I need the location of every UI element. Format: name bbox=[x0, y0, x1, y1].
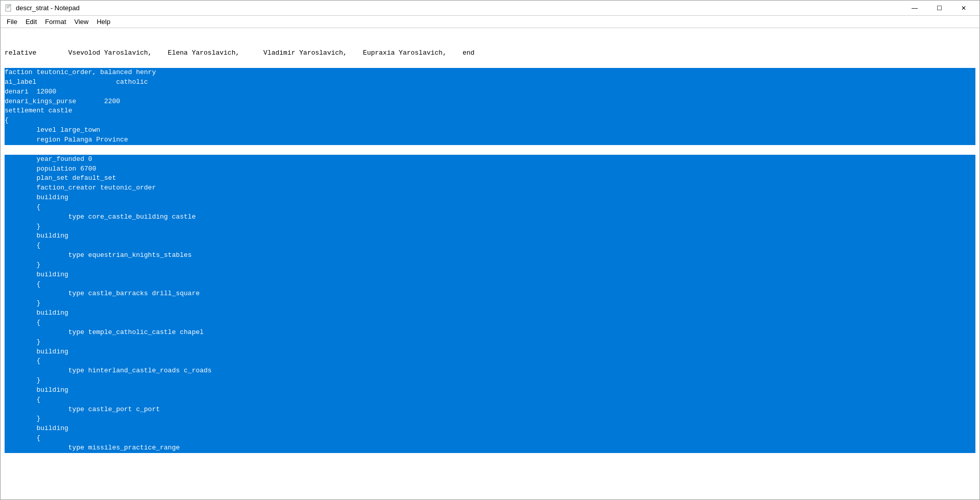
svg-rect-3 bbox=[7, 8, 9, 8]
notepad-window: descr_strat - Notepad — ☐ ✕ FileEditForm… bbox=[0, 0, 980, 500]
line-22: } bbox=[5, 260, 975, 270]
line-0: relative Vsevolod Yaroslavich, Elena Yar… bbox=[5, 49, 975, 58]
line-32: { bbox=[5, 356, 975, 366]
line-38: } bbox=[5, 414, 975, 424]
menu-item-file[interactable]: File bbox=[3, 17, 21, 27]
line-4: denari 12000 bbox=[5, 87, 975, 97]
svg-rect-4 bbox=[9, 4, 11, 6]
line-41: type missiles_practice_range bbox=[5, 443, 975, 453]
notepad-icon bbox=[5, 4, 13, 12]
line-7: { bbox=[5, 116, 975, 126]
line-3: ai_label catholic bbox=[5, 78, 975, 87]
line-1 bbox=[5, 58, 975, 68]
line-23: building bbox=[5, 270, 975, 280]
line-6: settlement castle bbox=[5, 106, 975, 116]
title-bar-left: descr_strat - Notepad bbox=[5, 4, 80, 12]
line-26: } bbox=[5, 299, 975, 308]
line-37: type castle_port c_port bbox=[5, 405, 975, 415]
minimize-button[interactable]: — bbox=[903, 3, 926, 14]
maximize-button[interactable]: ☐ bbox=[927, 3, 951, 14]
line-36: { bbox=[5, 395, 975, 405]
text-content: relative Vsevolod Yaroslavich, Elena Yar… bbox=[5, 30, 975, 453]
line-2: faction teutonic_order, balanced henry bbox=[5, 68, 975, 78]
line-14: faction_creator teutonic_order bbox=[5, 183, 975, 193]
svg-rect-2 bbox=[7, 7, 10, 7]
menu-item-format[interactable]: Format bbox=[41, 17, 70, 27]
line-12: population 6700 bbox=[5, 164, 975, 174]
line-11: year_founded 0 bbox=[5, 155, 975, 164]
line-25: type castle_barracks drill_square bbox=[5, 289, 975, 299]
line-29: type temple_catholic_castle chapel bbox=[5, 328, 975, 338]
line-34: } bbox=[5, 376, 975, 386]
line-21: type equestrian_knights_stables bbox=[5, 251, 975, 260]
menu-bar: FileEditFormatViewHelp bbox=[1, 16, 979, 28]
menu-item-help[interactable]: Help bbox=[92, 17, 114, 27]
line-18: } bbox=[5, 222, 975, 232]
menu-item-view[interactable]: View bbox=[70, 17, 93, 27]
line-40: { bbox=[5, 434, 975, 443]
line-30: } bbox=[5, 338, 975, 347]
line-20: { bbox=[5, 241, 975, 251]
line-10 bbox=[5, 145, 975, 155]
title-bar: descr_strat - Notepad — ☐ ✕ bbox=[1, 1, 979, 16]
content-area[interactable]: relative Vsevolod Yaroslavich, Elena Yar… bbox=[1, 28, 979, 499]
line-13: plan_set default_set bbox=[5, 174, 975, 183]
close-button[interactable]: ✕ bbox=[952, 3, 975, 14]
line-16: { bbox=[5, 203, 975, 212]
line-8: level large_town bbox=[5, 126, 975, 135]
line-33: type hinterland_castle_roads c_roads bbox=[5, 366, 975, 376]
line-19: building bbox=[5, 231, 975, 241]
line-28: { bbox=[5, 318, 975, 328]
line-5: denari_kings_purse 2200 bbox=[5, 97, 975, 107]
title-bar-controls: — ☐ ✕ bbox=[903, 3, 975, 14]
line-31: building bbox=[5, 347, 975, 357]
line-15: building bbox=[5, 193, 975, 203]
line-35: building bbox=[5, 386, 975, 395]
line-27: building bbox=[5, 308, 975, 318]
line-39: building bbox=[5, 424, 975, 434]
line-24: { bbox=[5, 280, 975, 290]
line-17: type core_castle_building castle bbox=[5, 212, 975, 222]
menu-item-edit[interactable]: Edit bbox=[21, 17, 41, 27]
window-title: descr_strat - Notepad bbox=[16, 4, 80, 12]
line-9: region Palanga Province bbox=[5, 135, 975, 145]
